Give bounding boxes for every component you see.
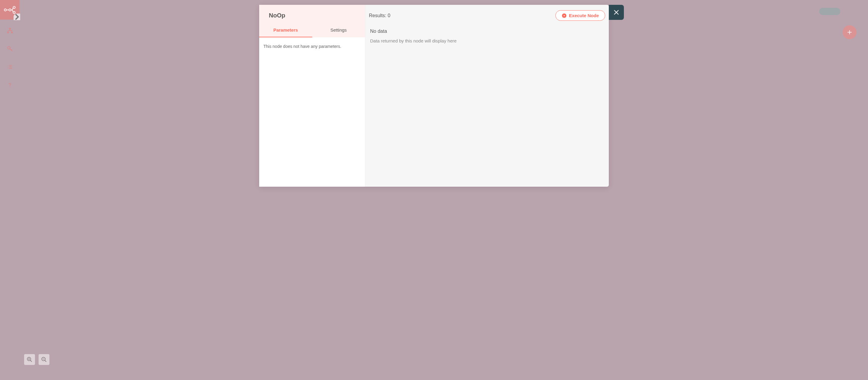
credentials-icon[interactable] (7, 45, 13, 52)
svg-rect-4 (9, 28, 11, 30)
svg-rect-5 (7, 32, 9, 33)
executions-icon[interactable] (7, 64, 13, 70)
data-hint: Data returned by this node will display … (369, 36, 605, 46)
tab-parameters[interactable]: Parameters (259, 24, 312, 37)
left-panel: NoOp Parameters Settings This node does … (259, 5, 365, 187)
zoom-controls (24, 354, 50, 365)
workflow-icon[interactable] (7, 27, 13, 34)
svg-rect-6 (11, 32, 12, 33)
svg-point-2 (13, 6, 15, 8)
close-icon (613, 9, 620, 16)
plus-icon: + (847, 27, 852, 37)
app-logo[interactable] (0, 0, 20, 20)
tab-settings[interactable]: Settings (312, 24, 365, 37)
sidebar (0, 0, 20, 380)
help-icon[interactable] (7, 81, 13, 88)
right-panel: Results: 0 Execute Node No data Data ret… (365, 5, 609, 187)
add-node-button[interactable]: + (843, 25, 857, 39)
execute-node-label: Execute Node (569, 13, 599, 18)
node-editor-modal: NoOp Parameters Settings This node does … (259, 5, 609, 187)
svg-point-8 (9, 87, 10, 87)
panel-header: NoOp Parameters Settings (259, 5, 365, 37)
node-title: NoOp (259, 12, 365, 24)
zoom-out-button[interactable] (38, 354, 50, 365)
results-label: Results: 0 (369, 13, 390, 19)
execute-node-button[interactable]: Execute Node (555, 10, 605, 21)
close-button[interactable] (609, 5, 624, 20)
no-data-label: No data (369, 24, 605, 36)
tabs: Parameters Settings (259, 24, 365, 37)
status-pill (819, 8, 840, 15)
results-header: Results: 0 Execute Node (369, 10, 605, 24)
zoom-in-button[interactable] (24, 354, 35, 365)
svg-point-1 (9, 9, 11, 11)
parameters-body: This node does not have any parameters. (259, 37, 365, 187)
expand-sidebar-button[interactable] (13, 13, 20, 20)
svg-point-0 (4, 9, 6, 11)
play-circle-icon (562, 13, 567, 18)
